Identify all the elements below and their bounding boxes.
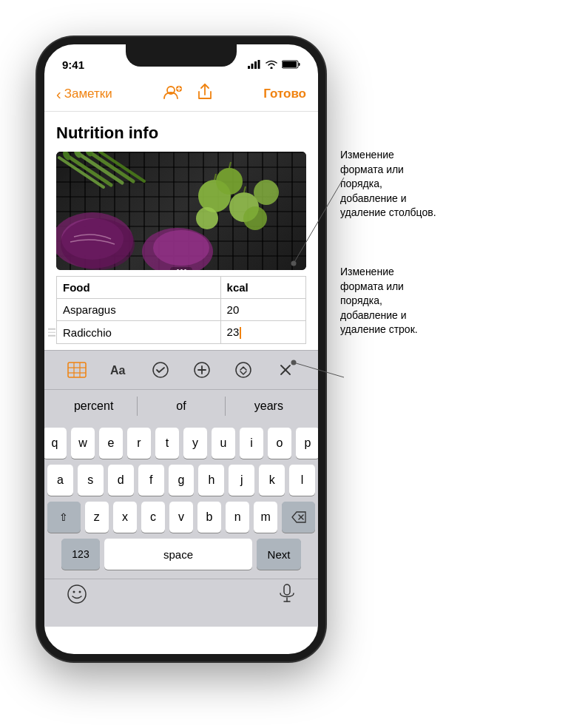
space-key[interactable]: space [104,539,252,570]
key-c[interactable]: c [141,502,165,533]
key-n[interactable]: n [226,502,249,533]
text-cursor [240,327,241,339]
back-button[interactable]: ‹ Заметки [56,86,112,103]
table-row[interactable]: Radicchio 23 [57,321,306,344]
svg-text:Aa: Aa [110,364,126,377]
text-format-icon[interactable]: Aa [105,357,132,383]
battery-icon [282,60,300,69]
key-w[interactable]: w [71,428,95,459]
svg-point-50 [79,591,81,593]
navigate-icon[interactable] [230,357,257,383]
key-l[interactable]: l [289,465,315,496]
annotation-rows: Изменениеформата илипорядка,добавление и… [340,265,570,337]
svg-point-26 [196,207,218,229]
share-icon[interactable] [197,83,213,105]
key-j[interactable]: j [229,465,254,496]
kcal-cell-1[interactable]: 20 [220,299,305,321]
key-h[interactable]: h [198,465,224,496]
annotation-columns-text: Изменениеформата илипорядка,добавление и… [340,148,436,220]
svg-line-28 [214,174,216,180]
key-f[interactable]: f [138,465,164,496]
svg-point-43 [236,363,251,377]
key-t[interactable]: t [155,428,179,459]
delete-key[interactable] [282,502,315,533]
key-i[interactable]: i [240,428,263,459]
key-e[interactable]: e [99,428,123,459]
wifi-icon [266,60,277,69]
next-key[interactable]: Next [257,539,301,570]
nutrition-table: Food kcal Asparagus 20 [56,276,306,344]
svg-point-25 [254,180,279,205]
key-q[interactable]: q [43,428,67,459]
back-label: Заметки [64,87,112,101]
table-container: Food kcal Asparagus 20 [56,276,306,344]
annotation-rows-text: Изменениеформата илипорядка,добавление и… [340,265,418,337]
keyboard: q w e r t y u i o p a s d f g h j k l ⇧ … [44,422,318,579]
image-resize-handle[interactable] [170,267,192,270]
annotations: Изменениеформата илипорядка,добавление и… [340,89,570,382]
food-cell-2[interactable]: Radicchio [57,321,221,344]
emoji-icon[interactable] [67,584,87,609]
table-row[interactable]: Asparagus 20 [57,299,306,321]
keyboard-row-4: 123 space Next [47,539,315,570]
key-y[interactable]: y [183,428,207,459]
note-title: Nutrition info [56,124,306,143]
key-u[interactable]: u [212,428,235,459]
key-d[interactable]: d [108,465,134,496]
signal-icon [248,60,261,69]
food-image-svg [56,152,306,270]
autocomplete-bar: percent of years [44,389,318,422]
row-handle[interactable] [45,326,58,340]
autocomplete-percent[interactable]: percent [50,392,137,420]
svg-rect-2 [254,61,257,69]
kcal-cell-2[interactable]: 23 [220,321,305,344]
format-toolbar: Aa [44,350,318,389]
key-p[interactable]: p [296,428,320,459]
close-keyboard-icon[interactable] [272,357,299,383]
key-s[interactable]: s [78,465,104,496]
key-b[interactable]: b [197,502,221,533]
back-chevron-icon: ‹ [56,86,61,103]
annotation-columns: Изменениеформата илипорядка,добавление и… [340,148,570,220]
add-collaborator-icon[interactable] [163,84,183,104]
keyboard-row-2: a s d f g h j k l [47,465,315,496]
svg-point-39 [153,363,168,377]
numbers-key[interactable]: 123 [61,539,100,570]
done-button[interactable]: Готово [263,87,306,101]
kcal-header: kcal [220,277,305,299]
svg-rect-5 [283,61,297,67]
keyboard-row-1: q w e r t y u i o p [47,428,315,459]
key-m[interactable]: m [254,502,277,533]
svg-point-32 [153,230,209,266]
svg-point-27 [243,206,267,230]
svg-point-49 [73,591,75,593]
insert-icon[interactable] [189,357,215,383]
autocomplete-years[interactable]: years [226,392,312,420]
key-v[interactable]: v [169,502,193,533]
svg-point-24 [216,168,243,195]
key-g[interactable]: g [169,465,195,496]
table-format-icon[interactable] [64,357,90,383]
autocomplete-of[interactable]: of [138,392,224,420]
svg-line-14 [100,152,144,181]
svg-rect-3 [258,60,260,69]
content-area: Nutrition info [44,112,318,344]
key-o[interactable]: o [268,428,291,459]
svg-line-30 [229,162,231,168]
shift-key[interactable]: ⇧ [47,502,81,533]
microphone-icon[interactable] [278,584,296,609]
svg-point-21 [61,218,135,270]
key-x[interactable]: x [113,502,137,533]
food-cell-1[interactable]: Asparagus [57,299,221,321]
status-time: 9:41 [62,58,84,71]
key-r[interactable]: r [127,428,151,459]
nav-bar: ‹ Заметки [44,77,318,112]
checklist-icon[interactable] [147,357,174,383]
svg-rect-6 [299,63,300,66]
food-image [56,152,306,270]
svg-point-17 [72,152,83,159]
key-k[interactable]: k [259,465,285,496]
key-z[interactable]: z [85,502,109,533]
table-header-row: Food kcal [57,277,306,299]
key-a[interactable]: a [47,465,73,496]
